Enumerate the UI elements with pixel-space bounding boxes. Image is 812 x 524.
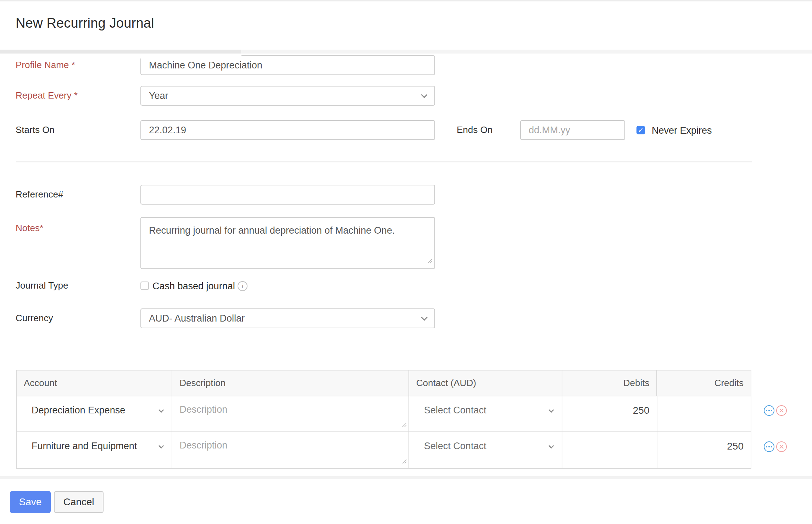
footer-divider <box>0 476 812 479</box>
row-more-options-icon[interactable] <box>764 405 774 416</box>
overlay-artifact <box>139 54 241 58</box>
credits-column-header: Credits <box>657 370 751 396</box>
chevron-down-icon <box>549 443 554 449</box>
chevron-down-icon <box>421 314 427 320</box>
debits-input[interactable] <box>562 432 657 468</box>
starts-on-value: 22.02.19 <box>149 125 186 136</box>
page-title: New Recurring Journal <box>16 16 154 31</box>
repeat-every-label: Repeat Every * <box>16 90 78 101</box>
notes-textarea[interactable]: Recurring journal for annual depreciatio… <box>140 217 435 269</box>
never-expires-label: Never Expires <box>652 125 712 136</box>
chevron-down-icon <box>158 407 164 413</box>
row-remove-icon[interactable] <box>776 441 787 452</box>
table-row: Depreciation Expense Description Select … <box>17 396 751 432</box>
cash-based-journal-label: Cash based journal <box>152 281 235 292</box>
description-textarea[interactable]: Description <box>172 432 409 468</box>
save-button[interactable]: Save <box>10 491 51 513</box>
top-strip <box>0 0 812 1</box>
header-divider <box>0 50 241 54</box>
profile-name-value: Machine One Depreciation <box>149 60 262 71</box>
cancel-button[interactable]: Cancel <box>54 491 104 513</box>
row-remove-icon[interactable] <box>776 405 787 416</box>
description-column-header: Description <box>172 370 409 396</box>
debits-input[interactable]: 250 <box>562 396 657 431</box>
chevron-down-icon <box>421 91 427 98</box>
credits-input[interactable]: 250 <box>657 432 751 468</box>
header-divider-light <box>241 50 812 54</box>
table-row: Furniture and Equipment Description Sele… <box>17 432 751 468</box>
credits-input[interactable] <box>657 396 751 431</box>
currency-label: Currency <box>16 313 53 324</box>
repeat-every-value: Year <box>149 90 168 101</box>
new-recurring-journal-page: New Recurring Journal Profile Name * Mac… <box>0 0 812 524</box>
resize-handle-icon[interactable] <box>427 254 433 267</box>
never-expires-checkbox[interactable]: ✓ <box>636 126 645 134</box>
chevron-down-icon <box>549 407 554 413</box>
currency-value: AUD- Australian Dollar <box>149 313 245 324</box>
starts-on-label: Starts On <box>16 124 55 135</box>
description-textarea[interactable]: Description <box>172 396 409 431</box>
account-column-header: Account <box>17 370 172 396</box>
chevron-down-icon <box>158 443 164 449</box>
account-select[interactable]: Furniture and Equipment <box>17 432 172 468</box>
ends-on-label: Ends On <box>457 124 493 135</box>
section-divider <box>16 161 752 162</box>
info-icon[interactable]: i <box>238 281 248 291</box>
account-select[interactable]: Depreciation Expense <box>17 396 172 431</box>
currency-select[interactable]: AUD- Australian Dollar <box>140 308 435 328</box>
table-header-row: Account Description Contact (AUD) Debits… <box>17 370 751 396</box>
profile-name-label: Profile Name * <box>16 60 75 71</box>
debits-column-header: Debits <box>562 370 657 396</box>
cash-based-journal-checkbox[interactable] <box>140 281 149 290</box>
notes-label: Notes* <box>16 223 43 234</box>
checkmark-icon: ✓ <box>638 127 644 134</box>
resize-handle-icon[interactable] <box>401 456 407 467</box>
starts-on-input[interactable]: 22.02.19 <box>140 120 435 140</box>
notes-value: Recurring journal for annual depreciatio… <box>149 225 395 236</box>
contact-select[interactable]: Select Contact <box>409 432 562 468</box>
reference-input[interactable] <box>140 185 435 205</box>
row-more-options-icon[interactable] <box>764 441 774 452</box>
journal-type-label: Journal Type <box>16 280 68 291</box>
ends-on-input[interactable]: dd.MM.yy <box>520 120 625 140</box>
resize-handle-icon[interactable] <box>401 419 407 430</box>
contact-select[interactable]: Select Contact <box>409 396 562 431</box>
repeat-every-select[interactable]: Year <box>140 86 435 106</box>
contact-column-header: Contact (AUD) <box>409 370 562 396</box>
ends-on-placeholder: dd.MM.yy <box>529 125 570 136</box>
line-items-table: Account Description Contact (AUD) Debits… <box>16 370 751 469</box>
reference-label: Reference# <box>16 189 63 200</box>
